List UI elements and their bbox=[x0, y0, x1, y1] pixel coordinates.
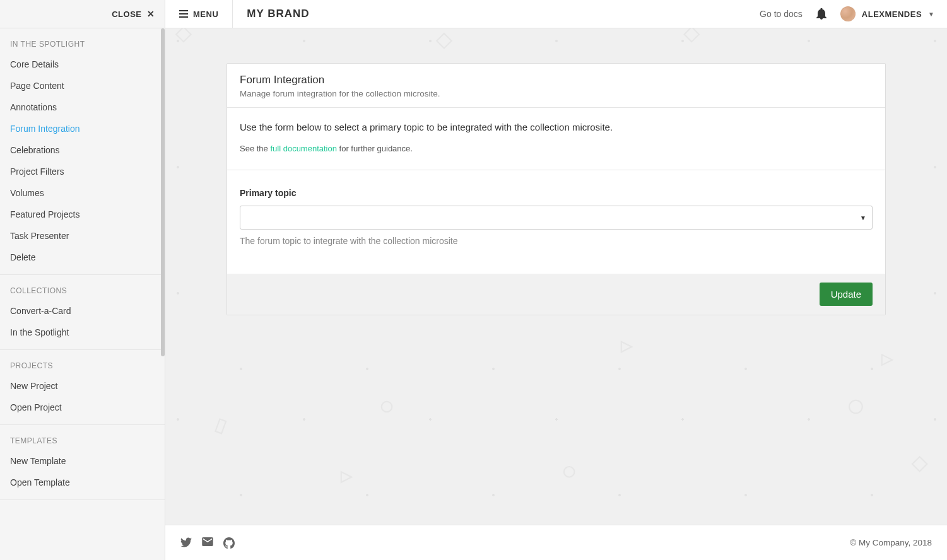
github-icon[interactable] bbox=[223, 537, 235, 549]
svg-rect-8 bbox=[685, 28, 699, 42]
card-form: Primary topic ▼ The forum topic to integ… bbox=[227, 170, 885, 274]
chevron-down-icon: ▼ bbox=[928, 11, 934, 18]
sidebar-item-core-details[interactable]: Core Details bbox=[0, 54, 165, 75]
info-prefix: See the bbox=[240, 144, 270, 153]
sidebar-section-header: IN THE SPOTLIGHT bbox=[0, 28, 165, 54]
sidebar-item-new-project[interactable]: New Project bbox=[0, 375, 165, 397]
svg-point-4 bbox=[849, 400, 862, 414]
close-label: CLOSE bbox=[112, 9, 141, 19]
twitter-icon[interactable] bbox=[180, 537, 192, 549]
sidebar-item-page-content[interactable]: Page Content bbox=[0, 75, 165, 96]
content-area: Forum Integration Manage forum integrati… bbox=[165, 28, 947, 525]
sidebar: CLOSE ✕ IN THE SPOTLIGHT Core Details Pa… bbox=[0, 0, 165, 560]
svg-marker-2 bbox=[621, 342, 632, 353]
email-icon[interactable] bbox=[202, 537, 213, 549]
svg-rect-7 bbox=[437, 33, 451, 48]
card-header: Forum Integration Manage forum integrati… bbox=[227, 64, 885, 108]
sidebar-item-convert-a-card[interactable]: Convert-a-Card bbox=[0, 300, 165, 322]
footer: © My Company, 2018 bbox=[165, 525, 947, 560]
info-text: Use the form below to select a primary t… bbox=[240, 122, 873, 132]
svg-rect-11 bbox=[912, 457, 927, 471]
sidebar-item-open-template[interactable]: Open Template bbox=[0, 472, 165, 493]
primary-topic-select[interactable] bbox=[240, 206, 873, 230]
svg-rect-5 bbox=[215, 419, 226, 434]
sidebar-section-header: PROJECTS bbox=[0, 350, 165, 375]
menu-icon bbox=[179, 10, 188, 18]
svg-point-10 bbox=[564, 467, 575, 477]
sidebar-item-new-template[interactable]: New Template bbox=[0, 450, 165, 472]
card-info: Use the form below to select a primary t… bbox=[227, 108, 885, 170]
sidebar-item-forum-integration[interactable]: Forum Integration bbox=[0, 118, 165, 139]
close-sidebar-button[interactable]: CLOSE ✕ bbox=[0, 0, 165, 28]
user-menu[interactable]: ALEXMENDES ▼ bbox=[840, 6, 934, 21]
full-documentation-link[interactable]: full documentation bbox=[270, 144, 337, 153]
sidebar-item-annotations[interactable]: Annotations bbox=[0, 96, 165, 118]
sidebar-section-header: TEMPLATES bbox=[0, 425, 165, 450]
avatar bbox=[840, 6, 856, 21]
info-suffix: for further guidance. bbox=[337, 144, 413, 153]
bell-icon[interactable] bbox=[816, 8, 826, 20]
sidebar-item-delete[interactable]: Delete bbox=[0, 247, 165, 268]
username: ALEXMENDES bbox=[862, 9, 922, 19]
sidebar-item-celebrations[interactable]: Celebrations bbox=[0, 139, 165, 161]
sidebar-item-featured-projects[interactable]: Featured Projects bbox=[0, 204, 165, 225]
svg-marker-9 bbox=[341, 472, 352, 482]
svg-rect-0 bbox=[176, 28, 191, 42]
sidebar-item-open-project[interactable]: Open Project bbox=[0, 397, 165, 418]
sidebar-scroll: IN THE SPOTLIGHT Core Details Page Conte… bbox=[0, 28, 165, 560]
copyright: © My Company, 2018 bbox=[850, 538, 932, 547]
card-title: Forum Integration bbox=[240, 74, 873, 86]
primary-topic-label: Primary topic bbox=[240, 188, 873, 198]
scrollbar[interactable] bbox=[161, 28, 165, 356]
update-button[interactable]: Update bbox=[820, 283, 873, 306]
divider bbox=[0, 499, 165, 500]
close-icon: ✕ bbox=[147, 9, 155, 19]
brand-title[interactable]: MY BRAND bbox=[233, 8, 323, 20]
menu-label: MENU bbox=[193, 9, 218, 19]
topbar: MENU MY BRAND Go to docs ALEXMENDES ▼ bbox=[165, 0, 947, 28]
card-footer: Update bbox=[227, 274, 885, 315]
sidebar-section-header: COLLECTIONS bbox=[0, 275, 165, 300]
sidebar-item-project-filters[interactable]: Project Filters bbox=[0, 161, 165, 182]
sidebar-item-task-presenter[interactable]: Task Presenter bbox=[0, 225, 165, 247]
form-help-text: The forum topic to integrate with the co… bbox=[240, 236, 873, 246]
svg-point-1 bbox=[382, 402, 392, 412]
settings-card: Forum Integration Manage forum integrati… bbox=[226, 63, 886, 315]
card-subtitle: Manage forum integration for the collect… bbox=[240, 89, 873, 98]
svg-marker-6 bbox=[882, 354, 893, 365]
menu-button[interactable]: MENU bbox=[165, 0, 233, 28]
docs-link[interactable]: Go to docs bbox=[760, 9, 803, 19]
sidebar-item-in-the-spotlight[interactable]: In the Spotlight bbox=[0, 322, 165, 343]
info-sub: See the full documentation for further g… bbox=[240, 144, 873, 153]
sidebar-item-volumes[interactable]: Volumes bbox=[0, 182, 165, 204]
